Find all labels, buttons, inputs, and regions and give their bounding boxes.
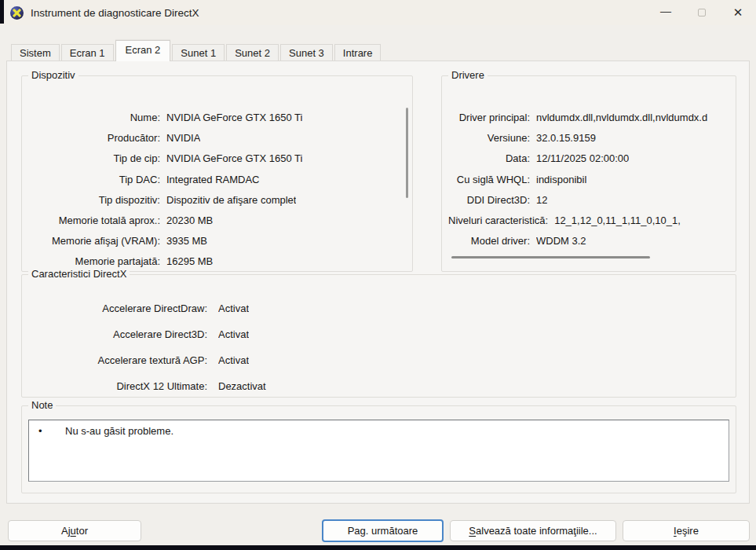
driver-row: Versiune:32.0.15.9159 xyxy=(448,128,729,148)
save-all-information-button[interactable]: Salvează toate informaţiile... xyxy=(450,520,616,541)
field-value: NVIDIA GeForce GTX 1650 Ti xyxy=(166,148,302,169)
field-label: Tip DAC: xyxy=(28,170,160,190)
field-label: DDI Direct3D: xyxy=(448,190,530,211)
screen-edge xyxy=(0,545,756,550)
feature-row: DirectX 12 Ultimate:Dezactivat xyxy=(28,373,729,399)
screen-edge xyxy=(0,0,4,24)
window-title: Instrument de diagnosticare DirectX xyxy=(31,7,199,19)
field-label: Model driver: xyxy=(448,231,530,251)
field-value: 12_1,12_0,11_1,11_0,10_1, xyxy=(554,211,681,231)
note-bullet: • xyxy=(38,425,65,437)
field-label: Memorie totală aprox.: xyxy=(28,211,160,231)
field-value: Dispozitiv de afişare complet xyxy=(166,190,296,211)
button-label: alvează toate informaţiile... xyxy=(476,525,597,537)
next-page-button[interactable]: Pag. următoare xyxy=(322,519,444,542)
field-label: Producător: xyxy=(28,128,160,148)
field-value: 12/11/2025 02:00:00 xyxy=(536,148,629,169)
drivers-rows: Driver principal:nvldumdx.dll,nvldumdx.d… xyxy=(448,108,729,251)
caption-buttons: — ✕ xyxy=(648,0,756,25)
close-icon: ✕ xyxy=(733,6,743,20)
field-label: Niveluri caracteristică: xyxy=(448,211,548,231)
note-item: • Nu s-au găsit probleme. xyxy=(29,420,729,437)
notes-group: Note • Nu s-au găsit probleme. xyxy=(21,405,736,493)
feature-row: Accelerare Direct3D:Activat xyxy=(28,321,729,347)
drivers-horizontal-scrollbar[interactable] xyxy=(451,256,650,258)
features-rows: Accelerare DirectDraw:Activat Accelerare… xyxy=(28,295,729,399)
field-value: 12 xyxy=(536,190,547,211)
field-value: NVIDIA GeForce GTX 1650 Ti xyxy=(166,108,302,128)
note-text: Nu s-au găsit probleme. xyxy=(65,425,173,437)
device-rows: Nume:NVIDIA GeForce GTX 1650 Ti Producăt… xyxy=(28,108,406,273)
driver-row: Data:12/11/2025 02:00:00 xyxy=(448,148,729,169)
exit-button[interactable]: Ieşire xyxy=(623,520,750,541)
device-group: Dispozitiv Nume:NVIDIA GeForce GTX 1650 … xyxy=(21,75,413,272)
field-label: Versiune: xyxy=(448,128,530,148)
feature-row: Accelerare DirectDraw:Activat xyxy=(28,295,729,321)
field-value: Integrated RAMDAC xyxy=(166,170,260,190)
field-value: 3935 MB xyxy=(166,231,207,251)
field-value: WDDM 3.2 xyxy=(536,231,586,251)
tab-sistem[interactable]: Sistem xyxy=(11,44,60,61)
title-bar: Instrument de diagnosticare DirectX — ✕ xyxy=(0,0,756,25)
close-button[interactable]: ✕ xyxy=(720,0,756,25)
button-label: Aj xyxy=(61,525,71,537)
button-label: tor xyxy=(76,525,88,537)
driver-row: Niveluri caracteristică:12_1,12_0,11_1,1… xyxy=(448,211,729,231)
device-row: Tip de cip:NVIDIA GeForce GTX 1650 Ti xyxy=(28,148,406,169)
tab-intrare[interactable]: Intrare xyxy=(334,44,382,61)
notes-textbox[interactable]: • Nu s-au găsit probleme. xyxy=(28,420,729,482)
button-mnemonic: u xyxy=(71,525,76,537)
device-vertical-scrollbar[interactable] xyxy=(406,108,408,198)
field-value: nvldumdx.dll,nvldumdx.dll,nvldumdx.d xyxy=(536,108,707,128)
dxdiag-app-icon xyxy=(10,6,24,20)
field-label: Tip de cip: xyxy=(28,148,160,169)
field-value: 16295 MB xyxy=(166,251,213,272)
tab-ecran-1[interactable]: Ecran 1 xyxy=(61,44,114,61)
device-row: Memorie totală aprox.:20230 MB xyxy=(28,211,406,231)
minimize-button[interactable]: — xyxy=(648,0,684,25)
tab-sunet-3[interactable]: Sunet 3 xyxy=(280,44,333,61)
device-row: Tip DAC:Integrated RAMDAC xyxy=(28,170,406,190)
maximize-button[interactable] xyxy=(684,0,720,25)
device-row: Memorie afişaj (VRAM):3935 MB xyxy=(28,231,406,251)
field-value: 32.0.15.9159 xyxy=(536,128,596,148)
field-label: Accelerare DirectDraw: xyxy=(28,295,207,321)
maximize-icon xyxy=(698,9,706,16)
help-button[interactable]: Ajutor xyxy=(8,520,141,541)
field-label: Nume: xyxy=(28,108,160,128)
button-label: eşire xyxy=(677,525,699,537)
device-row: Tip dispozitiv:Dispozitiv de afişare com… xyxy=(28,190,406,211)
tab-ecran-2[interactable]: Ecran 2 xyxy=(115,40,171,61)
button-mnemonic: S xyxy=(469,525,476,537)
tab-sunet-1[interactable]: Sunet 1 xyxy=(172,44,225,61)
field-label: Data: xyxy=(448,148,530,169)
field-label: Tip dispozitiv: xyxy=(28,190,160,211)
tab-page-ecran-2: Dispozitiv Nume:NVIDIA GeForce GTX 1650 … xyxy=(6,60,750,504)
field-value: NVIDIA xyxy=(166,128,200,148)
tab-sunet-2[interactable]: Sunet 2 xyxy=(226,44,279,61)
driver-row: Driver principal:nvldumdx.dll,nvldumdx.d… xyxy=(448,108,729,128)
field-value: 20230 MB xyxy=(166,211,213,231)
driver-row: Model driver:WDDM 3.2 xyxy=(448,231,729,251)
field-value: Activat xyxy=(218,295,249,321)
tab-strip: Sistem Ecran 1 Ecran 2 Sunet 1 Sunet 2 S… xyxy=(11,41,382,61)
field-value: Activat xyxy=(218,321,249,347)
minimize-icon: — xyxy=(660,5,671,17)
field-value: indisponibil xyxy=(536,170,586,190)
notes-group-title: Note xyxy=(28,399,56,411)
feature-row: Accelerare textură AGP:Activat xyxy=(28,347,729,373)
field-label: Driver principal: xyxy=(448,108,530,128)
field-label: DirectX 12 Ultimate: xyxy=(28,373,207,399)
driver-row: DDI Direct3D:12 xyxy=(448,190,729,211)
drivers-group-title: Drivere xyxy=(448,69,488,81)
field-label: Memorie afişaj (VRAM): xyxy=(28,231,160,251)
device-group-title: Dispozitiv xyxy=(28,69,79,81)
directx-features-group: Caracteristici DirectX Accelerare Direct… xyxy=(21,274,736,398)
drivers-group: Drivere Driver principal:nvldumdx.dll,nv… xyxy=(441,75,736,272)
field-value: Dezactivat xyxy=(218,373,266,399)
driver-row: Cu siglă WHQL:indisponibil xyxy=(448,170,729,190)
field-label: Accelerare Direct3D: xyxy=(28,321,207,347)
field-label: Accelerare textură AGP: xyxy=(28,347,207,373)
dxdiag-window: Instrument de diagnosticare DirectX — ✕ … xyxy=(0,0,756,545)
device-row: Nume:NVIDIA GeForce GTX 1650 Ti xyxy=(28,108,406,128)
